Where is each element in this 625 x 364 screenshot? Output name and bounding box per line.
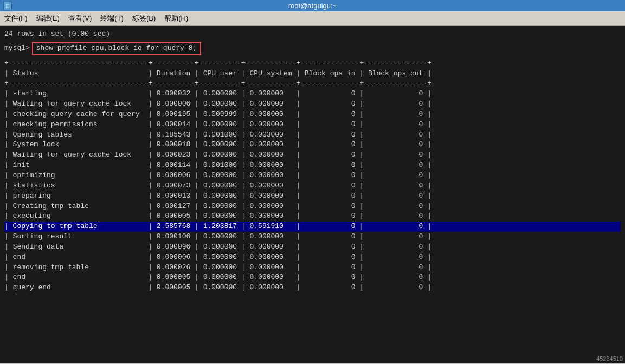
menu-item[interactable]: 终端(T)	[98, 12, 126, 24]
table-row: | checking query cache for query | 0.000…	[4, 109, 621, 120]
table-row: | end | 0.000005 | 0.000000 | 0.000000 |…	[4, 272, 621, 283]
command-box: show profile cpu,block io for query 8;	[32, 42, 201, 55]
table-header: | Status | Duration | CPU_user | CPU_sys…	[4, 69, 621, 79]
prompt: mysql>	[4, 43, 30, 54]
table-divider: +---------------------------------+-----…	[4, 58, 621, 69]
table-row: | init | 0.000114 | 0.001000 | 0.000000 …	[4, 160, 621, 171]
row-info: 24 rows in set (0.00 sec)	[4, 29, 621, 40]
table-area: +---------------------------------+-----…	[4, 58, 621, 293]
title-bar: □ root@atguigu:~	[0, 0, 625, 11]
table-row: | preparing | 0.000013 | 0.000000 | 0.00…	[4, 191, 621, 202]
menu-item[interactable]: 文件(F)	[2, 12, 30, 24]
table-row: | Waiting for query cache lock | 0.00000…	[4, 99, 621, 109]
table-row: | statistics | 0.000073 | 0.000000 | 0.0…	[4, 181, 621, 191]
table-row: | optimizing | 0.000006 | 0.000000 | 0.0…	[4, 171, 621, 181]
menu-bar: 文件(F)编辑(E)查看(V)终端(T)标签(B)帮助(H)	[0, 11, 625, 26]
table-row: | end | 0.000006 | 0.000000 | 0.000000 |…	[4, 252, 621, 263]
menu-item[interactable]: 标签(B)	[130, 12, 158, 24]
window-icon: □	[3, 2, 12, 10]
table-row: | Sorting result | 0.000106 | 0.000000 |…	[4, 232, 621, 242]
terminal[interactable]: 24 rows in set (0.00 sec) mysql> show pr…	[0, 26, 625, 363]
title-text: root@atguigu:~	[288, 2, 337, 10]
table-row: | Sending data | 0.000096 | 0.000000 | 0…	[4, 242, 621, 252]
table-divider-2: +---------------------------------+-----…	[4, 79, 621, 89]
table-row: | Copying to tmp table | 2.585768 | 1.20…	[4, 222, 621, 232]
table-row: | System lock | 0.000018 | 0.000000 | 0.…	[4, 140, 621, 150]
table-row: | Creating tmp table | 0.000127 | 0.0000…	[4, 202, 621, 212]
table-row: | Waiting for query cache lock | 0.00002…	[4, 150, 621, 160]
table-row: | starting | 0.000032 | 0.000000 | 0.000…	[4, 89, 621, 99]
table-row: | removing tmp table | 0.000026 | 0.0000…	[4, 263, 621, 273]
table-row: | executing | 0.000005 | 0.000000 | 0.00…	[4, 211, 621, 222]
menu-item[interactable]: 编辑(E)	[34, 12, 62, 24]
watermark: 45234510	[596, 355, 623, 362]
menu-item[interactable]: 帮助(H)	[162, 12, 190, 24]
table-row: | query end | 0.000005 | 0.000000 | 0.00…	[4, 283, 621, 293]
menu-item[interactable]: 查看(V)	[66, 12, 94, 24]
table-row: | Opening tables | 0.185543 | 0.001000 |…	[4, 130, 621, 140]
table-row: | checking permissions | 0.000014 | 0.00…	[4, 120, 621, 130]
prompt-line: mysql> show profile cpu,block io for que…	[4, 42, 621, 55]
